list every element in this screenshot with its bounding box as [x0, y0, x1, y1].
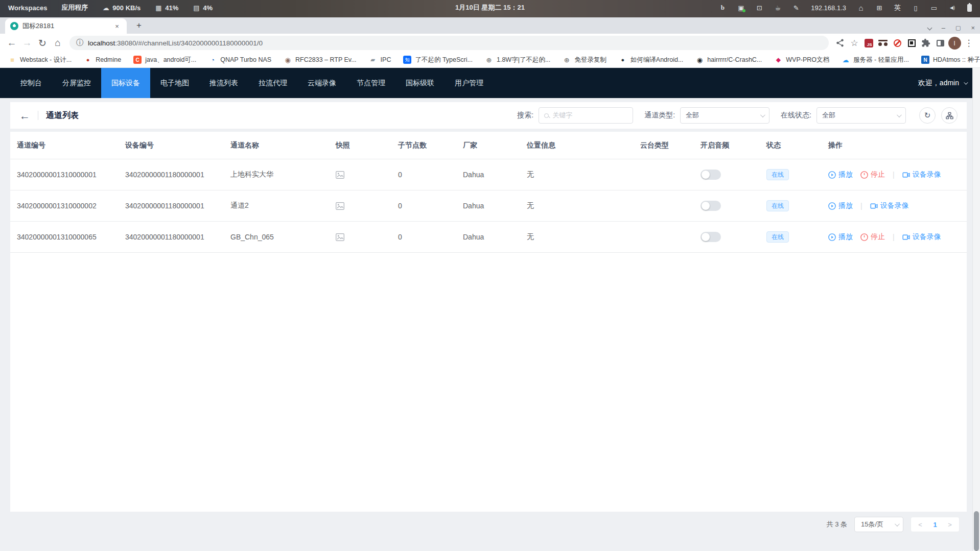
- extension-js-icon[interactable]: JS: [861, 36, 876, 50]
- bookmark-item[interactable]: ◉ hairrrrr/C-CrashC...: [695, 56, 762, 64]
- bookmark-item[interactable]: C java、android可...: [133, 56, 196, 64]
- snapshot-thumbnail-icon[interactable]: [329, 171, 391, 179]
- bookmark-item[interactable]: ◆ WVP-PRO文档: [774, 56, 829, 64]
- minimize-button[interactable]: –: [942, 24, 945, 32]
- extension-blocker-icon[interactable]: [890, 36, 904, 50]
- phonelink-icon[interactable]: ▯: [912, 4, 919, 12]
- column-header: 操作: [822, 141, 967, 150]
- bookmark-item[interactable]: 知 了不起的 TypeScri...: [403, 56, 473, 64]
- back-button[interactable]: ←: [4, 35, 19, 51]
- stop-button[interactable]: 停止: [860, 232, 885, 242]
- maximize-button[interactable]: ▢: [955, 25, 961, 31]
- battery-icon[interactable]: [967, 4, 972, 12]
- tab-close-icon[interactable]: ×: [112, 21, 122, 31]
- bing-tray-icon[interactable]: b: [719, 4, 726, 12]
- home-tray-icon[interactable]: ⌂: [857, 4, 865, 12]
- nav-item[interactable]: 推流列表: [199, 68, 248, 98]
- snapshot-thumbnail-icon[interactable]: [329, 233, 391, 241]
- audio-toggle[interactable]: [701, 232, 721, 242]
- device-record-button[interactable]: 设备录像: [902, 170, 941, 179]
- bookmark-item[interactable]: ≡ Webstack - 设计...: [8, 56, 72, 64]
- next-page-button[interactable]: >: [943, 521, 957, 529]
- side-panel-icon[interactable]: [933, 36, 947, 50]
- user-menu[interactable]: 欢迎，admin: [918, 68, 967, 98]
- prev-page-button[interactable]: <: [913, 521, 927, 529]
- device-record-button[interactable]: 设备录像: [902, 232, 941, 242]
- nav-item[interactable]: 拉流代理: [248, 68, 297, 98]
- bookmark-item[interactable]: ⊕ 免登录复制: [563, 56, 606, 64]
- bookmark-item[interactable]: ☁ 服务器 - 轻量应用...: [842, 56, 909, 64]
- volume-icon[interactable]: ◀): [949, 5, 956, 10]
- play-button[interactable]: 播放: [828, 170, 853, 179]
- bookmark-item[interactable]: ◔ QNAP Turbo NAS: [208, 56, 271, 64]
- clipboard-tray-icon[interactable]: ⊡: [756, 4, 763, 12]
- search-input[interactable]: 关键字: [539, 107, 633, 124]
- windows-tray-icon[interactable]: ⊞: [876, 4, 883, 12]
- bookmark-item[interactable]: ⊕ 1.8W字|了不起的...: [485, 56, 550, 64]
- cell-audio: [694, 232, 760, 242]
- bookmarks-overflow-chevron[interactable]: »: [969, 55, 973, 63]
- current-page[interactable]: 1: [927, 521, 943, 529]
- ip-address-indicator[interactable]: 192.168.1.3: [811, 4, 846, 12]
- welcome-text: 欢迎，admin: [918, 79, 959, 88]
- play-button[interactable]: 播放: [828, 201, 853, 210]
- page-size-select[interactable]: 15条/页: [854, 517, 903, 532]
- workspaces-button[interactable]: Workspaces: [8, 4, 47, 12]
- screenshot-tray-icon[interactable]: ▣: [737, 4, 744, 12]
- display-icon[interactable]: ▭: [930, 4, 938, 12]
- play-button[interactable]: 播放: [828, 232, 853, 242]
- browser-menu-icon[interactable]: ⋮: [962, 36, 976, 50]
- bookmark-item[interactable]: ● 如何编译Android...: [619, 56, 684, 64]
- channel-type-select[interactable]: 全部: [680, 107, 769, 124]
- audio-toggle[interactable]: [701, 201, 721, 211]
- reload-button[interactable]: ↻: [35, 35, 50, 51]
- page-back-button[interactable]: ←: [19, 110, 30, 121]
- tree-icon: [946, 112, 953, 119]
- record-icon: [870, 202, 878, 210]
- nav-item[interactable]: 分屏监控: [52, 68, 101, 98]
- share-icon[interactable]: [833, 36, 847, 50]
- new-tab-button[interactable]: +: [133, 19, 145, 32]
- table-body: 34020000001310000001 3402000000118000000…: [10, 159, 967, 253]
- page-scrollbar[interactable]: [972, 68, 980, 551]
- address-bar[interactable]: ⓘ localhost:38080/#/channelList/34020000…: [69, 36, 829, 50]
- tab-search-chevron-icon[interactable]: [927, 26, 932, 31]
- profile-avatar[interactable]: I: [947, 36, 962, 50]
- stop-icon: [860, 233, 868, 241]
- search-placeholder: 关键字: [552, 111, 572, 120]
- tree-view-button[interactable]: [941, 107, 958, 124]
- browser-home-button[interactable]: ⌂: [50, 35, 65, 51]
- audio-toggle[interactable]: [701, 170, 721, 180]
- nav-item[interactable]: 云端录像: [297, 68, 346, 98]
- nav-item[interactable]: 国标级联: [395, 68, 445, 98]
- nav-item[interactable]: 国标设备: [101, 68, 150, 98]
- bookmark-star-icon[interactable]: ☆: [847, 36, 861, 50]
- bookmark-item[interactable]: ▰ IPC: [369, 56, 391, 64]
- cup-tray-icon[interactable]: ☕: [774, 4, 781, 12]
- nav-item[interactable]: 用户管理: [445, 68, 494, 98]
- refresh-button[interactable]: ↻: [919, 107, 936, 124]
- pen-tray-icon[interactable]: ✎: [792, 4, 800, 12]
- extension-incognito-icon[interactable]: [876, 36, 890, 50]
- input-method-indicator[interactable]: 英: [894, 3, 901, 12]
- cell-vendor: Dahua: [456, 202, 520, 210]
- device-record-button[interactable]: 设备录像: [870, 201, 909, 210]
- bookmark-item[interactable]: ● Redmine: [84, 56, 121, 64]
- nav-item[interactable]: 节点管理: [346, 68, 395, 98]
- stop-button[interactable]: 停止: [860, 170, 885, 179]
- cell-status: 在线: [760, 231, 822, 243]
- search-label: 搜索:: [517, 111, 533, 120]
- bookmark-item[interactable]: ◉ RFC2833 – RTP Ev...: [284, 56, 357, 64]
- scrollbar-thumb[interactable]: [974, 511, 979, 551]
- forward-button[interactable]: →: [19, 35, 35, 51]
- extension-screen-icon[interactable]: [904, 36, 919, 50]
- site-info-icon[interactable]: ⓘ: [76, 38, 83, 47]
- online-status-select[interactable]: 全部: [816, 107, 906, 124]
- snapshot-thumbnail-icon[interactable]: [329, 202, 391, 210]
- nav-item[interactable]: 电子地图: [150, 68, 199, 98]
- browser-tab[interactable]: 国标28181 ×: [5, 18, 127, 34]
- window-close-button[interactable]: ×: [971, 24, 975, 32]
- applications-menu[interactable]: 应用程序: [61, 3, 88, 12]
- nav-item[interactable]: 控制台: [10, 68, 52, 98]
- extensions-puzzle-icon[interactable]: [919, 36, 933, 50]
